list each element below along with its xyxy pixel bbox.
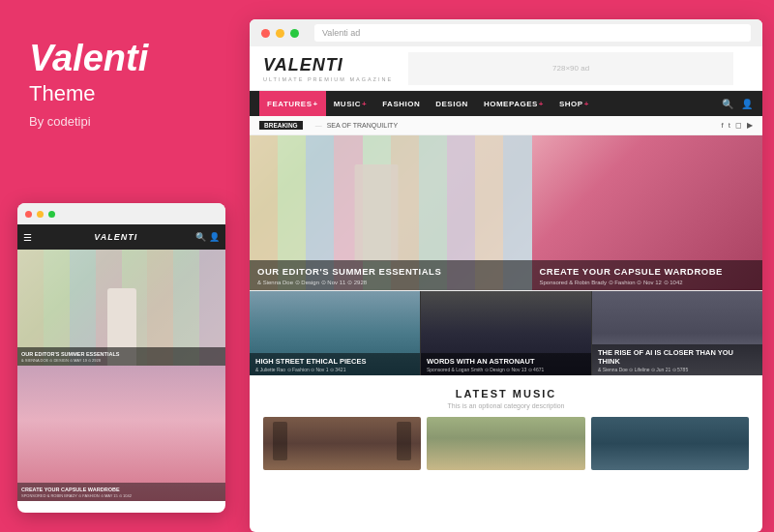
main-url-bar: Valenti ad [314,24,751,42]
main-dot-green [290,29,299,38]
hero-left-title: OUR EDITOR'S SUMMER ESSENTIALS [257,266,524,277]
latest-music-section: LATEST MUSIC This is an optional categor… [250,375,762,478]
mini-hamburger-icon: ☰ [23,232,32,243]
hero-grid: OUR EDITOR'S SUMMER ESSENTIALS & Sienna … [250,135,762,290]
nav-right-icons: 🔍 👤 [722,99,753,109]
mini-card-bottom-title: CREATE YOUR CAPSULE WARDROBE [21,487,222,492]
latest-card-3-bg [591,417,749,470]
second-caption-3: THE RISE OF AI IS CLOSER THAN YOU THINK … [592,344,762,375]
latest-card-1-bg [263,417,421,470]
mini-logo: VALENTI [40,232,192,242]
social-icons: f t ◻ ▶ [722,121,753,130]
nav-homepages-plus: + [539,100,544,108]
nav-fashion-label: Fashion [382,100,420,108]
site-logo-sub: ULTIMATE PREMIUM MAGAZINE [263,76,393,82]
main-dot-red [261,29,270,38]
ad-text: 728×90 ad [552,64,589,73]
site-logo: VALENTI [263,55,393,75]
second-meta-1: & Juliette Rao ⊙ Fashion ⊙ Nov 1 ⊙ 3421 [255,367,414,372]
hero-right-meta: Sponsored & Robin Brady ⊙ Fashion ⊙ Nov … [540,279,756,285]
second-card-2[interactable]: WORDS WITH AN ASTRONAUT Sponsored & Loga… [421,291,592,375]
second-meta-3: & Sienna Doe ⊙ Lifeline ⊙ Jun 21 ⊙ 5785 [598,367,757,372]
second-caption-1: HIGH STREET ETHICAL PIECES & Juliette Ra… [250,353,420,375]
nav-features-plus: + [313,100,318,108]
mini-browser: ☰ VALENTI 🔍 👤 OUR EDITOR'S SUMMER E [17,203,225,513]
door-element-2 [397,422,411,460]
hero-right-caption: CREATE YOUR CAPSULE WARDROBE Sponsored &… [532,260,763,290]
instagram-icon[interactable]: ◻ [735,121,742,130]
second-title-2: WORDS WITH AN ASTRONAUT [427,357,585,366]
nav-item-features[interactable]: FEATURES + [259,91,326,116]
second-meta-2: Sponsored & Logan Smith ⊙ Design ⊙ Nov 1… [427,367,585,372]
nav-music-plus: + [362,100,367,108]
nav-item-homepages[interactable]: HOMEPAGES + [476,91,551,116]
user-icon[interactable]: 👤 [741,99,753,109]
nav-item-design[interactable]: Design [428,91,476,116]
hero-figure [355,164,399,261]
nav-features-label: FEATURES [267,100,313,108]
nav-shop-label: SHOP [559,100,583,108]
mini-card-top: OUR EDITOR'S SUMMER ESSENTIALS & Sienna … [17,250,225,366]
mini-dot-red [25,211,32,218]
mini-card-top-caption: OUR EDITOR'S SUMMER ESSENTIALS & Sienna … [17,347,225,366]
nav-item-music[interactable]: Music + [326,91,374,116]
breaking-bar: BREAKING — SEA OF TRANQUILITY f t ◻ ▶ [250,116,762,135]
brand-title: Valenti [29,39,211,79]
mini-card-top-title: OUR EDITOR'S SUMMER ESSENTIALS [21,351,222,357]
second-grid: HIGH STREET ETHICAL PIECES & Juliette Ra… [250,290,762,375]
brand-subtitle: Theme [29,81,211,106]
breaking-text: SEA OF TRANQUILITY [327,122,398,129]
search-icon[interactable]: 🔍 [722,99,733,109]
latest-title: LATEST MUSIC [263,388,749,399]
left-panel: Valenti Theme By codetipi ☰ VALENTI 🔍 👤 [0,0,240,532]
nav-homepages-label: HOMEPAGES [484,100,538,108]
main-browser: Valenti ad VALENTI ULTIMATE PREMIUM MAGA… [250,19,762,532]
breaking-sep: — [315,122,322,129]
hero-right-title: CREATE YOUR CAPSULE WARDROBE [540,266,756,277]
mini-card-bottom: CREATE YOUR CAPSULE WARDROBE Sponsored &… [17,366,225,501]
mini-card-bottom-caption: CREATE YOUR CAPSULE WARDROBE Sponsored &… [17,483,225,501]
mini-dot-yellow [37,211,44,218]
latest-card-3[interactable] [591,417,749,470]
hero-left-card[interactable]: OUR EDITOR'S SUMMER ESSENTIALS & Sienna … [250,135,532,290]
mini-content: OUR EDITOR'S SUMMER ESSENTIALS & Sienna … [17,250,225,513]
door-element [273,422,287,460]
mini-card-bottom-meta: Sponsored & Robin Brady ⊙ Fashion ⊙ May … [21,493,222,498]
site-header: VALENTI ULTIMATE PREMIUM MAGAZINE 728×90… [250,46,762,91]
youtube-icon[interactable]: ▶ [747,121,753,130]
mini-browser-bar [17,203,225,224]
mini-nav: ☰ VALENTI 🔍 👤 [17,224,225,250]
nav-shop-plus: + [584,100,589,108]
mini-dot-green [48,211,55,218]
latest-card-2-bg [427,417,584,470]
main-nav: FEATURES + Music + Fashion Design HOMEPA… [250,91,762,116]
nav-music-label: Music [334,100,361,108]
facebook-icon[interactable]: f [722,121,724,130]
brand-by: By codetipi [29,114,211,129]
nav-design-label: Design [435,100,468,108]
latest-card-1[interactable] [263,417,421,470]
hero-left-meta: & Sienna Doe ⊙ Design ⊙ Nov 11 ⊙ 2928 [257,279,524,285]
breaking-label: BREAKING [259,121,303,130]
site-logo-area: VALENTI ULTIMATE PREMIUM MAGAZINE [263,55,393,82]
hero-left-caption: OUR EDITOR'S SUMMER ESSENTIALS & Sienna … [250,260,532,290]
nav-item-shop[interactable]: SHOP + [551,91,597,116]
second-caption-2: WORDS WITH AN ASTRONAUT Sponsored & Loga… [421,353,591,375]
latest-card-2[interactable] [427,417,584,470]
mini-card-top-meta: & Sienna Doe ⊙ Design ⊙ May 19 ⊙ 2928 [21,358,222,363]
nav-item-fashion[interactable]: Fashion [374,91,428,116]
second-title-3: THE RISE OF AI IS CLOSER THAN YOU THINK [598,348,757,366]
site-ad-banner: 728×90 ad [408,52,733,85]
mini-nav-icons: 🔍 👤 [195,232,220,242]
hero-right-card[interactable]: CREATE YOUR CAPSULE WARDROBE Sponsored &… [532,135,763,290]
latest-grid [263,417,749,470]
main-dot-yellow [276,29,284,38]
second-card-3[interactable]: THE RISE OF AI IS CLOSER THAN YOU THINK … [592,291,762,375]
main-browser-bar: Valenti ad [250,19,762,46]
second-card-1[interactable]: HIGH STREET ETHICAL PIECES & Juliette Ra… [250,291,421,375]
url-text: Valenti ad [322,28,360,38]
latest-description: This is an optional category description [263,402,749,409]
twitter-icon[interactable]: t [729,121,730,130]
second-title-1: HIGH STREET ETHICAL PIECES [255,357,414,366]
